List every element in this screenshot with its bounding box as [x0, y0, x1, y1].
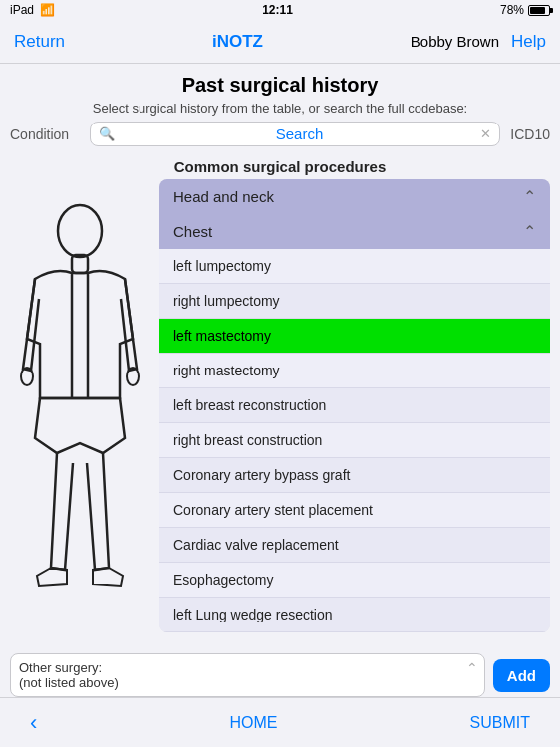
- status-bar: iPad 📶 12:11 78%: [0, 0, 560, 20]
- other-surgery-label: Other surgery:(not listed above): [19, 660, 119, 690]
- home-button[interactable]: HOME: [229, 714, 277, 732]
- body-figure: [10, 179, 149, 647]
- category-chest[interactable]: Chest ⌃: [159, 214, 550, 249]
- battery-icon: [528, 5, 550, 16]
- add-button[interactable]: Add: [493, 659, 550, 692]
- search-input-label[interactable]: Search: [119, 125, 480, 142]
- ipad-label: iPad: [10, 3, 34, 17]
- procedures-section-header: Common surgical procedures: [0, 152, 560, 179]
- other-surgery-row: Other surgery:(not listed above) ⌃ Add: [0, 647, 560, 703]
- procedure-list: Head and neck ⌃ Chest ⌃ left lumpectomy …: [159, 179, 550, 632]
- page-title: Past surgical history: [0, 64, 560, 101]
- procedure-item[interactable]: Coronary artery stent placement: [159, 493, 550, 528]
- tab-bar: ‹ HOME SUBMIT: [0, 697, 560, 747]
- chevron-up-icon: ⌃: [523, 187, 536, 206]
- chevron-up-icon-chest: ⌃: [523, 222, 536, 241]
- page-subtitle: Select surgical history from the table, …: [0, 101, 560, 122]
- status-right: 78%: [500, 3, 550, 17]
- procedure-item[interactable]: left lumpectomy: [159, 249, 550, 284]
- nav-bar: Return iNOTZ Bobby Brown Help: [0, 20, 560, 64]
- back-button[interactable]: ‹: [30, 710, 37, 736]
- help-button[interactable]: Help: [511, 32, 546, 52]
- status-left: iPad 📶: [10, 3, 55, 17]
- wifi-icon: 📶: [40, 3, 55, 17]
- search-bar[interactable]: 🔍 Search ✕: [90, 122, 500, 146]
- submit-button[interactable]: SUBMIT: [470, 714, 530, 732]
- svg-point-0: [58, 205, 102, 257]
- user-name: Bobby Brown: [411, 33, 499, 50]
- search-row: Condition 🔍 Search ✕ ICD10: [0, 122, 560, 152]
- content-area: Head and neck ⌃ Chest ⌃ left lumpectomy …: [0, 179, 560, 647]
- procedure-item[interactable]: left breast reconstruction: [159, 388, 550, 423]
- other-surgery-input[interactable]: Other surgery:(not listed above) ⌃: [10, 653, 485, 697]
- battery-pct: 78%: [500, 3, 524, 17]
- status-time: 12:11: [262, 3, 293, 17]
- body-silhouette: [15, 199, 144, 627]
- app-title: iNOTZ: [212, 32, 263, 52]
- search-icon-right: ✕: [480, 126, 491, 141]
- procedure-item[interactable]: right mastectomy: [159, 354, 550, 388]
- chevron-up-icon-other: ⌃: [466, 660, 478, 676]
- procedure-item[interactable]: right lumpectomy: [159, 284, 550, 319]
- procedure-item[interactable]: left Lung wedge resection: [159, 598, 550, 632]
- procedure-item[interactable]: right breast construction: [159, 423, 550, 458]
- search-icon-left: 🔍: [99, 126, 115, 141]
- category-head-neck-label: Head and neck: [173, 188, 274, 205]
- return-button[interactable]: Return: [14, 32, 65, 52]
- procedure-item-selected[interactable]: left mastectomy: [159, 319, 550, 354]
- procedure-item[interactable]: Coronary artery bypass graft: [159, 458, 550, 493]
- category-chest-label: Chest: [173, 223, 212, 240]
- category-head-neck[interactable]: Head and neck ⌃: [159, 179, 550, 214]
- procedure-item[interactable]: Cardiac valve replacement: [159, 528, 550, 563]
- condition-label: Condition: [10, 126, 90, 142]
- procedure-item[interactable]: Esophagectomy: [159, 563, 550, 598]
- icd10-label: ICD10: [500, 126, 550, 142]
